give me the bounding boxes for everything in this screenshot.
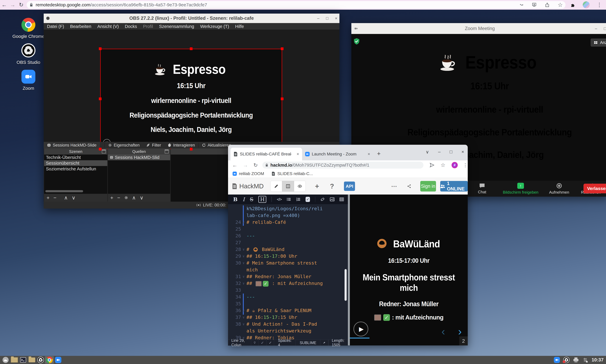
scene-row[interactable]: Soziometrische Aufstellun: [44, 166, 107, 172]
browser-menu-icon[interactable]: ⋮: [463, 162, 468, 168]
menu-ansicht[interactable]: Ansicht (V): [97, 24, 119, 29]
horizontal-scrollbar[interactable]: [45, 190, 83, 192]
help-icon[interactable]: ?: [330, 182, 334, 190]
forward-icon[interactable]: →: [243, 162, 248, 168]
ordered-list-icon[interactable]: [296, 197, 301, 202]
tray-network-icon[interactable]: [582, 357, 588, 363]
back-icon[interactable]: ←: [232, 162, 237, 168]
add-scene-button[interactable]: +: [47, 195, 50, 201]
fold-icon[interactable]: ∨: [243, 307, 245, 314]
scene-up-button[interactable]: ∧: [64, 195, 68, 201]
install-icon[interactable]: [532, 2, 537, 7]
browser-menu-icon[interactable]: ⋮: [597, 2, 602, 8]
address-bar[interactable]: remotedesktop.google.com/access/session/…: [27, 1, 565, 9]
extensions-icon[interactable]: [570, 2, 576, 8]
szenen-header[interactable]: Szenen: [44, 148, 107, 155]
desktop-icon-zoom[interactable]: Zoom: [12, 70, 45, 91]
source-row-selected[interactable]: Sessions HackMD-Slid: [108, 155, 170, 160]
interact-button[interactable]: Interagieren: [165, 142, 198, 148]
selection-handle[interactable]: [99, 97, 102, 100]
menu-hilfe[interactable]: Hilfe: [235, 24, 244, 29]
share-nodes-icon[interactable]: [407, 183, 411, 189]
source-properties-icon[interactable]: [124, 196, 128, 200]
code-icon[interactable]: </>: [277, 197, 282, 202]
prev-slide-icon[interactable]: ‹: [441, 325, 445, 338]
italic-icon[interactable]: I: [243, 196, 245, 202]
remove-source-button[interactable]: −: [117, 195, 120, 201]
autoplay-button[interactable]: ▶: [354, 322, 368, 336]
filter-button[interactable]: Filter: [143, 142, 165, 148]
fold-icon[interactable]: ∨: [243, 321, 245, 327]
signin-button[interactable]: Sign in: [420, 181, 436, 192]
lightbulb-icon[interactable]: [254, 341, 256, 345]
maximize-icon[interactable]: □: [326, 16, 328, 21]
reload-icon[interactable]: ↻: [17, 2, 25, 8]
pane-divider[interactable]: [348, 195, 350, 345]
fold-icon[interactable]: ∨: [243, 246, 245, 253]
security-shield-icon[interactable]: [354, 38, 360, 45]
selection-handle[interactable]: [99, 47, 102, 50]
menu-docks[interactable]: Docks: [125, 24, 137, 29]
zoom-leave-button[interactable]: Verlassen: [583, 184, 606, 193]
bullet-list-icon[interactable]: [287, 197, 291, 202]
menu-bearbeiten[interactable]: Bearbeiten: [70, 24, 91, 29]
obs-scene-canvas[interactable]: Espresso 16:15 Uhr wirlernenonline - rpi…: [100, 49, 282, 149]
selection-handle[interactable]: [281, 47, 284, 50]
fold-icon[interactable]: ∨: [243, 280, 245, 287]
bookmark-relilab-zoom[interactable]: relilab ZOOM: [233, 171, 264, 176]
image-icon[interactable]: [330, 197, 334, 202]
strikethrough-icon[interactable]: S: [250, 196, 253, 202]
fold-icon[interactable]: ∨: [243, 260, 245, 266]
fold-icon[interactable]: ∨: [243, 219, 245, 226]
tab-close-icon[interactable]: ×: [297, 152, 299, 156]
tab-close-icon[interactable]: ×: [368, 152, 370, 156]
new-note-icon[interactable]: +: [315, 182, 319, 190]
editor-scrollbar[interactable]: [344, 269, 347, 301]
close-icon[interactable]: ×: [335, 16, 337, 21]
source-tab[interactable]: Sessions HackMD-Slide: [44, 142, 100, 148]
minimize-icon[interactable]: –: [595, 26, 597, 31]
minimize-icon[interactable]: –: [317, 16, 319, 21]
remove-scene-button[interactable]: −: [54, 195, 56, 201]
zoom-share-button[interactable]: ↑ Bildschirm freigeben: [498, 181, 543, 197]
spellcheck-icon[interactable]: ✓: [261, 341, 264, 345]
wrench-icon[interactable]: [323, 341, 326, 345]
desktop-icon-chrome[interactable]: Google Chrome: [12, 18, 45, 39]
selection-handle[interactable]: [190, 47, 193, 50]
new-tab-icon[interactable]: +: [377, 150, 381, 157]
clock[interactable]: 10:37: [592, 357, 604, 363]
fold-icon[interactable]: ∨: [243, 314, 245, 321]
tab-zoom[interactable]: Launch Meeting - Zoom ×: [302, 148, 373, 160]
scene-row[interactable]: Technik-Übersicht: [44, 155, 107, 160]
forward-icon[interactable]: →: [8, 2, 17, 8]
task-list-icon[interactable]: ✓: [305, 197, 310, 202]
next-slide-icon[interactable]: ›: [458, 325, 462, 338]
quellen-header[interactable]: Quellen: [108, 148, 170, 155]
source-down-button[interactable]: ∨: [140, 195, 144, 201]
bookmark-slides[interactable]: SLIDES relilab-C...: [272, 171, 313, 176]
heading-icon[interactable]: H: [258, 196, 266, 203]
tab-hackmd[interactable]: SLIDES relilab-CAFÉ Breakou ×: [231, 148, 302, 160]
taskbar-chrome-active[interactable]: [45, 356, 54, 364]
minimize-icon[interactable]: –: [438, 149, 441, 155]
add-source-button[interactable]: +: [110, 195, 113, 201]
scene-down-button[interactable]: ∨: [72, 195, 76, 201]
selection-handle[interactable]: [99, 148, 102, 150]
hackmd-avatar[interactable]: #: [452, 162, 458, 168]
maximize-icon[interactable]: □: [450, 149, 452, 155]
fold-icon[interactable]: ∨: [243, 273, 245, 280]
back-icon[interactable]: ←: [0, 2, 8, 8]
selection-handle[interactable]: [190, 148, 193, 150]
view-mode-button[interactable]: [294, 181, 306, 192]
taskbar-obs[interactable]: [36, 356, 45, 364]
properties-button[interactable]: Eigenschaften: [105, 142, 143, 148]
tray-printer-icon[interactable]: [573, 357, 579, 363]
tray-zoom-icon[interactable]: [554, 357, 560, 363]
taskbar-terminal[interactable]: [19, 356, 28, 364]
api-button[interactable]: API: [344, 182, 355, 191]
zoom-chat-button[interactable]: Chat: [466, 181, 498, 197]
tray-obs-icon[interactable]: [563, 357, 570, 363]
bold-icon[interactable]: B: [233, 196, 238, 202]
table-icon[interactable]: [340, 197, 344, 202]
menu-szenensammlung[interactable]: Szenensammlung: [159, 24, 194, 29]
